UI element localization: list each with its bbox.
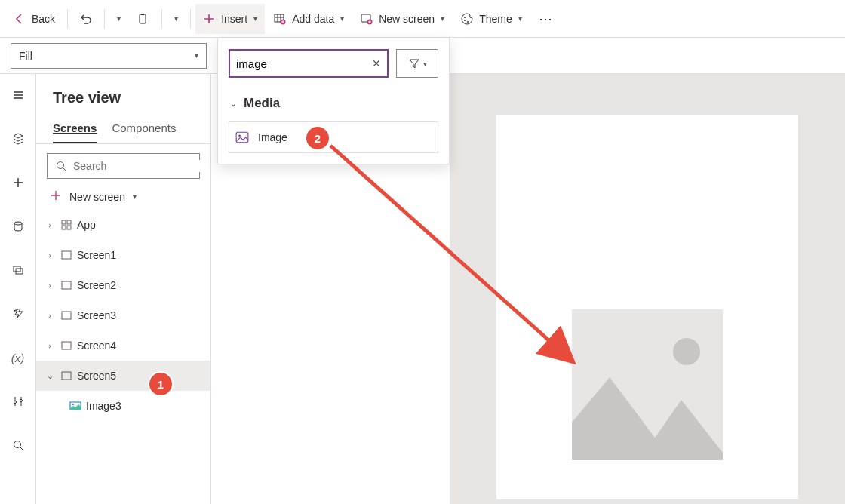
screen-icon	[60, 249, 72, 261]
separator	[67, 9, 68, 29]
variables-icon[interactable]: (x)	[6, 346, 30, 370]
tree-view-panel: Tree view Screens Components New screen …	[36, 74, 211, 504]
grid-icon	[60, 219, 72, 231]
theme-button[interactable]: Theme ▾	[453, 4, 530, 34]
svg-point-14	[14, 441, 20, 448]
svg-point-6	[464, 17, 466, 18]
plus-icon	[203, 13, 215, 25]
svg-rect-0	[140, 14, 146, 23]
svg-point-9	[14, 222, 22, 225]
chevron-right-icon: ›	[44, 220, 56, 229]
tree-title: Tree view	[36, 74, 210, 115]
chevron-down-icon: ▾	[195, 51, 198, 60]
insert-search-input[interactable]	[236, 57, 342, 70]
hamburger-icon[interactable]	[6, 83, 30, 107]
node-label: Screen1	[77, 249, 116, 261]
node-label: App	[77, 219, 96, 231]
annotation-badge-2: 2	[306, 127, 329, 149]
clear-icon[interactable]: ✕	[372, 57, 381, 69]
screen-icon	[60, 279, 72, 291]
separator	[161, 9, 162, 29]
svg-point-7	[464, 20, 466, 21]
chevron-down-icon: ▾	[423, 60, 427, 68]
svg-point-13	[20, 400, 22, 402]
tools-icon[interactable]	[6, 389, 30, 413]
add-data-label: Add data	[292, 13, 334, 25]
svg-rect-22	[62, 312, 71, 319]
svg-point-26	[72, 404, 74, 405]
chevron-down-icon: ▾	[174, 14, 178, 23]
svg-rect-21	[62, 281, 71, 289]
chevron-right-icon: ›	[44, 311, 56, 320]
chevron-right-icon: ›	[44, 281, 56, 290]
svg-rect-27	[236, 132, 248, 143]
svg-rect-16	[62, 220, 66, 224]
chevron-down-icon: ▾	[340, 14, 344, 23]
chevron-down-icon: ▾	[133, 192, 137, 201]
tree-list: › App › Screen1 › Screen2 › Screen3 › Sc…	[36, 210, 210, 504]
tree-node-screen3[interactable]: › Screen3	[36, 300, 210, 330]
tree-node-screen2[interactable]: › Screen2	[36, 270, 210, 300]
new-screen-button[interactable]: New screen ▾	[353, 4, 452, 34]
paste-dropdown[interactable]: ▾	[167, 4, 186, 34]
screen-plus-icon	[361, 13, 373, 25]
back-arrow-icon	[14, 13, 26, 25]
svg-point-12	[14, 401, 16, 404]
group-header-media[interactable]: ⌄ Media	[229, 91, 438, 115]
top-toolbar: Back ▾ ▾ Insert ▾ Add data ▾ New screen …	[0, 0, 845, 38]
media-icon[interactable]	[6, 258, 30, 282]
paste-button[interactable]	[130, 4, 157, 34]
new-screen-label: New screen	[69, 191, 125, 203]
svg-point-15	[57, 162, 64, 169]
tree-search[interactable]	[47, 153, 200, 179]
insert-label: Insert	[221, 13, 247, 25]
tab-components[interactable]: Components	[112, 115, 176, 143]
screen-icon	[60, 340, 72, 352]
chevron-down-icon: ▾	[254, 14, 257, 23]
insert-item-image[interactable]: Image	[229, 121, 438, 153]
tree-node-screen4[interactable]: › Screen4	[36, 330, 210, 361]
search-icon	[55, 160, 67, 172]
more-button[interactable]: ⋯	[531, 11, 560, 27]
automate-icon[interactable]	[6, 302, 30, 326]
node-label: Screen2	[77, 279, 116, 291]
image-placeholder[interactable]	[572, 309, 723, 460]
node-label: Screen3	[77, 309, 116, 321]
svg-rect-19	[67, 226, 71, 229]
data-icon[interactable]	[6, 214, 30, 238]
tree-node-app[interactable]: › App	[36, 210, 210, 240]
undo-icon	[80, 13, 92, 25]
back-button[interactable]: Back	[6, 4, 63, 34]
property-select[interactable]: Fill ▾	[11, 43, 207, 69]
screen-preview[interactable]	[496, 115, 798, 499]
insert-group-media: ⌄ Media Image	[229, 91, 438, 153]
node-label: Screen5	[77, 370, 116, 382]
insert-button[interactable]: Insert ▾	[195, 4, 265, 34]
svg-rect-18	[62, 226, 66, 229]
chevron-down-icon: ▾	[441, 14, 444, 23]
insert-rail-icon[interactable]	[6, 171, 30, 195]
svg-rect-23	[62, 342, 71, 349]
tree-node-screen1[interactable]: › Screen1	[36, 240, 210, 270]
new-screen-row[interactable]: New screen ▾	[36, 183, 210, 210]
node-label: Image3	[86, 400, 121, 412]
tree-view-icon[interactable]	[6, 127, 30, 151]
add-data-button[interactable]: Add data ▾	[266, 4, 352, 34]
search-rail-icon[interactable]	[6, 433, 30, 457]
tree-node-screen5[interactable]: ⌄ Screen5	[36, 361, 210, 391]
new-screen-label: New screen	[379, 13, 435, 25]
svg-rect-24	[62, 372, 71, 380]
screen-icon	[60, 370, 72, 382]
insert-search-box[interactable]: ✕	[229, 49, 389, 78]
tree-node-image3[interactable]: Image3	[36, 391, 210, 421]
undo-dropdown[interactable]: ▾	[109, 4, 128, 34]
filter-button[interactable]: ▾	[396, 49, 438, 78]
undo-button[interactable]	[72, 4, 100, 34]
tree-tabs: Screens Components	[36, 115, 210, 144]
chevron-down-icon: ▾	[117, 14, 121, 23]
palette-icon	[461, 13, 473, 25]
svg-rect-20	[62, 251, 71, 259]
tab-screens[interactable]: Screens	[53, 115, 97, 143]
insert-item-label: Image	[258, 131, 287, 143]
search-input[interactable]	[73, 160, 205, 172]
